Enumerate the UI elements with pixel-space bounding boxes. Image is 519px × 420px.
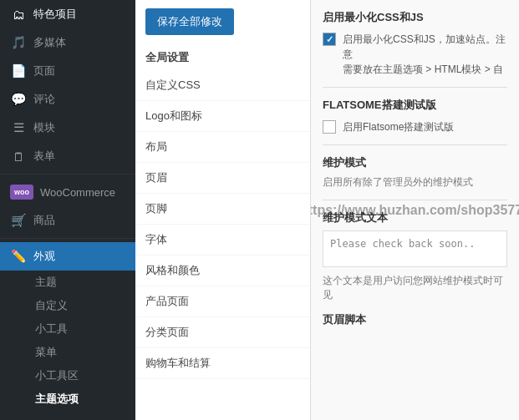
maintenance-textarea[interactable]: Please check back soon..: [323, 230, 507, 267]
global-settings-title: 全局设置: [135, 45, 310, 70]
featured-icon: 🗂: [10, 8, 27, 22]
maintenance-title: 维护模式: [323, 155, 507, 170]
sidebar-sub-customize[interactable]: 自定义: [0, 294, 135, 317]
flatsome-title: FLATSOME搭建测试版: [323, 98, 507, 113]
sidebar-sub-theme[interactable]: 主题: [0, 271, 135, 294]
sidebar-item-modules[interactable]: ☰ 模块: [0, 114, 135, 142]
save-button[interactable]: 保存全部修改: [145, 8, 234, 35]
sidebar-sub-menus[interactable]: 菜单: [0, 341, 135, 364]
appearance-icon: ✏️: [10, 249, 27, 264]
sidebar-sub-widget-area[interactable]: 小工具区: [0, 364, 135, 387]
css-js-label: 启用最小化CSS和JS，加速站点。注意 需要放在主题选项 > HTML模块 > …: [343, 32, 507, 77]
sidebar-item-forms[interactable]: 🗒 表单: [0, 142, 135, 170]
pages-icon: 📄: [10, 63, 27, 78]
nav-style-color[interactable]: 风格和颜色: [135, 256, 310, 286]
sidebar-item-appearance[interactable]: ✏️ 外观: [0, 242, 135, 271]
products-icon: 🛒: [10, 213, 27, 228]
forms-icon: 🗒: [10, 149, 27, 164]
nav-category-page[interactable]: 分类页面: [135, 317, 310, 348]
maintenance-text-title: 维护模式文本: [323, 210, 507, 225]
nav-cart-checkout[interactable]: 购物车和结算: [135, 348, 310, 379]
media-icon: 🎵: [10, 35, 27, 50]
comments-icon: 💬: [10, 92, 27, 107]
nav-footer[interactable]: 页脚: [135, 194, 310, 225]
css-js-title: 启用最小化CSS和JS: [323, 10, 507, 25]
nav-layout[interactable]: 布局: [135, 132, 310, 163]
css-js-checkbox[interactable]: [323, 33, 336, 46]
main-content: https://www.huzhan.com/shop35775 启用最小化CS…: [311, 0, 519, 420]
woo-logo: woo: [10, 185, 33, 200]
flatsome-label: 启用Flatsome搭建测试版: [343, 119, 454, 134]
maintenance-desc: 启用所有除了管理员外的维护模式: [323, 175, 507, 190]
nav-product-page[interactable]: 产品页面: [135, 286, 310, 317]
maintenance-helper: 这个文本是用户访问您网站维护模式时可见: [323, 274, 507, 302]
divider-2: [323, 144, 507, 145]
flatsome-row: 启用Flatsome搭建测试版: [323, 119, 507, 134]
sidebar-item-pages[interactable]: 📄 页面: [0, 57, 135, 85]
sidebar-divider: [0, 174, 135, 175]
nav-fonts[interactable]: 字体: [135, 225, 310, 256]
sidebar-sub-widgets[interactable]: 小工具: [0, 317, 135, 341]
sidebar-sub-theme-options[interactable]: 主题选项: [0, 387, 135, 411]
modules-icon: ☰: [10, 120, 27, 135]
divider-1: [323, 87, 507, 88]
divider-3: [323, 200, 507, 200]
nav-header[interactable]: 页眉: [135, 163, 310, 194]
sidebar-divider2: [0, 238, 135, 239]
flatsome-checkbox[interactable]: [323, 120, 336, 134]
sidebar-item-comments[interactable]: 💬 评论: [0, 85, 135, 114]
middle-panel: 保存全部修改 全局设置 自定义CSS Logo和图标 布局 页眉 页脚 字体 风…: [135, 0, 311, 420]
sidebar-item-media[interactable]: 🎵 多媒体: [0, 28, 135, 57]
sidebar-item-featured[interactable]: 🗂 特色项目: [0, 0, 135, 28]
sidebar-item-woocommerce[interactable]: woo WooCommerce: [0, 178, 135, 206]
sidebar: 🗂 特色项目 🎵 多媒体 📄 页面 💬 评论 ☰ 模块 🗒 表单 woo Woo…: [0, 0, 135, 420]
nav-custom-css[interactable]: 自定义CSS: [135, 70, 310, 101]
nav-logo-icon[interactable]: Logo和图标: [135, 101, 310, 132]
footer-scripts-title: 页眉脚本: [323, 312, 507, 327]
sidebar-item-products[interactable]: 🛒 商品: [0, 206, 135, 235]
css-js-row: 启用最小化CSS和JS，加速站点。注意 需要放在主题选项 > HTML模块 > …: [323, 32, 507, 77]
